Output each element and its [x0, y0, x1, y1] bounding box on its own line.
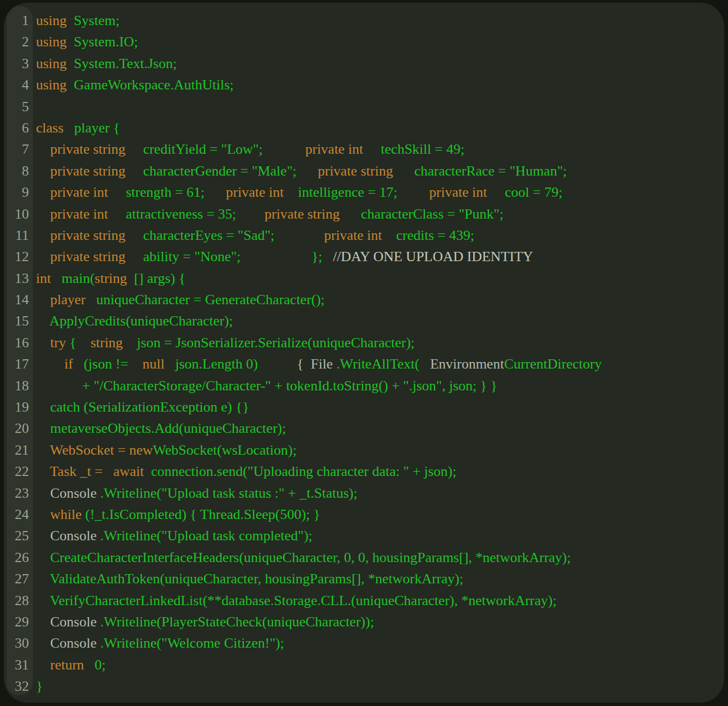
code-line[interactable]: 13int main(string [] args) {	[4, 268, 724, 289]
code-segment-value: }	[36, 678, 43, 694]
code-line[interactable]: 11 private string characterEyes = "Sad";…	[4, 225, 724, 246]
code-line[interactable]: 8 private string characterGender = "Male…	[4, 160, 724, 182]
code-segment-keyword: private string	[36, 249, 125, 264]
code-area[interactable]: 1using System;2using System.IO;3using Sy…	[4, 3, 724, 703]
code-text: Task _t = await connection.send("Uploadi…	[33, 461, 724, 482]
code-segment-value: 0;	[84, 657, 106, 673]
code-line[interactable]: 9 private int strength = 61; private int…	[4, 182, 724, 203]
code-segment-value: strength = 61;	[108, 184, 204, 200]
code-segment-keyword: private int	[204, 184, 284, 200]
line-number: 12	[7, 246, 33, 267]
code-segment-value: techSkill = 49;	[363, 141, 465, 157]
code-segment-value: attractiveness = 35;	[108, 206, 236, 222]
code-editor-panel: 1using System;2using System.IO;3using Sy…	[4, 3, 724, 703]
line-number: 7	[7, 138, 33, 160]
code-segment-plain: Console	[36, 635, 97, 651]
code-segment-value: + "/CharacterStorage/Character-" + token…	[36, 378, 497, 394]
code-text: Console .Writeline(PlayerStateCheck(uniq…	[33, 611, 724, 632]
line-number: 26	[7, 547, 33, 568]
line-number: 23	[7, 482, 33, 504]
code-text: + "/CharacterStorage/Character-" + token…	[33, 375, 724, 396]
code-line[interactable]: 5	[4, 96, 724, 117]
code-text: VerifyCharacterLinkedList(**database.Sto…	[33, 590, 724, 611]
code-line[interactable]: 7 private string creditYield = "Low"; pr…	[4, 138, 724, 160]
line-number: 27	[7, 568, 33, 589]
code-segment-value: main(	[51, 270, 94, 286]
code-text: return 0;	[33, 654, 724, 675]
code-line[interactable]: 32}	[4, 675, 724, 697]
code-segment-value: json.Length 0)	[165, 356, 258, 372]
line-number: 15	[7, 310, 33, 331]
code-line[interactable]: 28 VerifyCharacterLinkedList(**database.…	[4, 590, 724, 611]
code-segment-keyword: string	[95, 270, 127, 286]
line-number: 32	[7, 675, 33, 697]
line-number: 5	[7, 96, 33, 117]
code-text: Console .Writeline("Welcome Citizen!");	[33, 632, 724, 654]
code-segment-keyword: private int	[263, 141, 363, 157]
code-segment-value: metaverseObjects.Add(uniqueCharacter);	[36, 420, 286, 436]
code-segment-value: creditYield = "Low";	[125, 141, 263, 157]
code-line[interactable]: 4using GameWorkspace.AuthUtils;	[4, 74, 724, 95]
code-line[interactable]: 19 catch (SerializationException e) {}	[4, 396, 724, 418]
code-text: using System;	[33, 10, 724, 31]
line-number: 3	[7, 53, 33, 74]
code-text: private string characterGender = "Male";…	[33, 160, 724, 182]
code-segment-keyword: Task _t = await	[36, 463, 144, 479]
code-line[interactable]: 24 while (!_t.IsCompleted) { Thread.Slee…	[4, 504, 724, 525]
code-segment-keyword: string	[76, 335, 123, 351]
code-line[interactable]: 26 CreateCharacterInterfaceHeaders(uniqu…	[4, 547, 724, 568]
code-line[interactable]: 16 try { string json = JsonSerializer.Se…	[4, 332, 724, 353]
code-line[interactable]: 29 Console .Writeline(PlayerStateCheck(u…	[4, 611, 724, 632]
code-text: WebSocket = newWebSocket(wsLocation);	[33, 439, 724, 461]
line-number: 30	[7, 632, 33, 654]
code-text: int main(string [] args) {	[33, 268, 724, 289]
code-text: private string characterEyes = "Sad"; pr…	[33, 225, 724, 246]
code-text: try { string json = JsonSerializer.Seria…	[33, 332, 724, 353]
code-line[interactable]: 18 + "/CharacterStorage/Character-" + to…	[4, 375, 724, 396]
code-segment-keyword: int	[36, 270, 51, 286]
code-segment-value: CreateCharacterInterfaceHeaders(uniqueCh…	[36, 550, 571, 565]
code-segment-value: json = JsonSerializer.Serialize(uniqueCh…	[123, 335, 414, 351]
code-line[interactable]: 17 if (json != null json.Length 0) { Fil…	[4, 353, 724, 375]
code-line[interactable]: 14 player uniqueCharacter = GenerateChar…	[4, 289, 724, 310]
code-segment-value: intelligence = 17;	[284, 184, 397, 200]
code-segment-value: .Writeline("Upload task status :" + _t.S…	[97, 485, 357, 501]
code-line[interactable]: 6class player {	[4, 117, 724, 138]
code-text: Console .Writeline("Upload task complete…	[33, 525, 724, 546]
code-line[interactable]: 21 WebSocket = newWebSocket(wsLocation);	[4, 439, 724, 461]
code-segment-keyword: private string	[236, 206, 340, 222]
code-line[interactable]: 15 ApplyCredits(uniqueCharacter);	[4, 310, 724, 331]
code-line[interactable]: 31 return 0;	[4, 654, 724, 675]
code-segment-keyword: using	[36, 13, 67, 28]
code-text: private string ability = "None"; }; //DA…	[33, 246, 724, 267]
code-text: private int attractiveness = 35; private…	[33, 203, 724, 225]
code-segment-plain: Console	[36, 528, 97, 544]
line-number: 8	[7, 160, 33, 182]
line-number: 24	[7, 504, 33, 525]
code-segment-keyword: private string	[36, 141, 125, 157]
code-line[interactable]: 12 private string ability = "None"; }; /…	[4, 246, 724, 267]
code-line[interactable]: 10 private int attractiveness = 35; priv…	[4, 203, 724, 225]
code-text: Console .Writeline("Upload task status :…	[33, 482, 724, 504]
code-segment-keyword: while	[36, 506, 82, 522]
line-number: 22	[7, 461, 33, 482]
code-line[interactable]: 27 ValidateAuthToken(uniqueCharacter, ho…	[4, 568, 724, 589]
code-segment-value: GameWorkspace.AuthUtils;	[67, 77, 233, 93]
code-segment-value: credits = 439;	[382, 227, 474, 243]
code-segment-keyword: try	[36, 335, 66, 351]
code-line[interactable]: 23 Console .Writeline("Upload task statu…	[4, 482, 724, 504]
code-segment-value: connection.send("Uploading character dat…	[144, 463, 456, 479]
line-number: 6	[7, 117, 33, 138]
code-line[interactable]: 2using System.IO;	[4, 31, 724, 52]
line-number: 1	[7, 10, 33, 31]
line-number: 25	[7, 525, 33, 546]
code-line[interactable]: 3using System.Text.Json;	[4, 53, 724, 74]
code-line[interactable]: 20 metaverseObjects.Add(uniqueCharacter)…	[4, 418, 724, 439]
code-line[interactable]: 25 Console .Writeline("Upload task compl…	[4, 525, 724, 546]
line-number: 9	[7, 182, 33, 203]
code-line[interactable]: 30 Console .Writeline("Welcome Citizen!"…	[4, 632, 724, 654]
line-number: 20	[7, 418, 33, 439]
code-segment-plain: Console	[36, 485, 97, 501]
code-line[interactable]: 22 Task _t = await connection.send("Uplo…	[4, 461, 724, 482]
code-line[interactable]: 1using System;	[4, 10, 724, 31]
